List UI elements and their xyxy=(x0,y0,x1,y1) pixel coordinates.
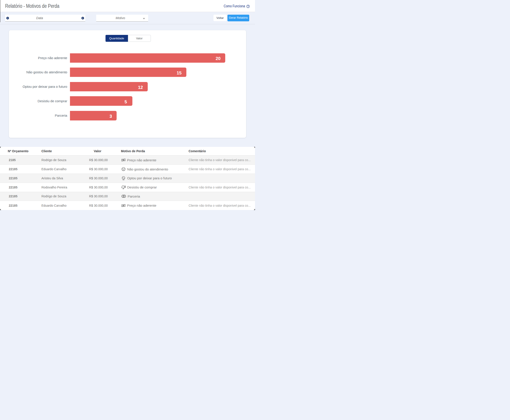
svg-text:1: 1 xyxy=(123,205,124,206)
svg-text:1: 1 xyxy=(123,159,124,161)
